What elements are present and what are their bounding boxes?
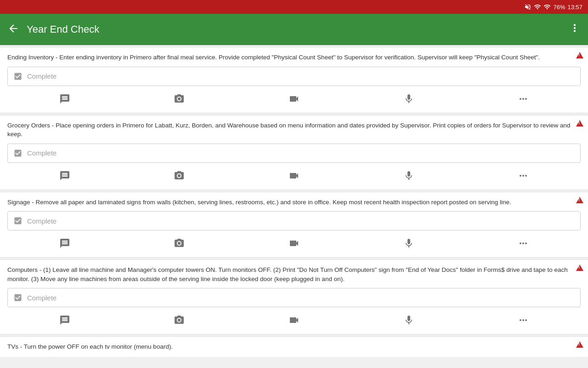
action-row-1 — [7, 86, 581, 113]
complete-input-2[interactable]: Complete — [7, 144, 581, 163]
status-bar: 76% 13:57 — [0, 0, 588, 14]
alert-icon-3 — [576, 197, 583, 203]
task-card-1: Ending Inventory - Enter ending inventor… — [0, 47, 588, 113]
alert-icon-1 — [576, 52, 583, 58]
signal-icon — [543, 3, 551, 11]
task-description-1: Ending Inventory - Enter ending inventor… — [7, 53, 581, 62]
complete-input-1[interactable]: Complete — [7, 67, 581, 86]
mic-icon-4 — [403, 315, 414, 326]
camera-icon-4 — [174, 315, 185, 326]
action-row-4 — [7, 307, 581, 334]
action-row-3 — [7, 230, 581, 257]
more-horiz-icon-2 — [518, 170, 529, 181]
video-button-2[interactable] — [281, 167, 307, 185]
task-card-3: Signage - Remove all paper and laminated… — [0, 192, 588, 258]
app-title: Year End Check — [27, 23, 561, 35]
video-button-1[interactable] — [281, 90, 307, 108]
camera-icon-3 — [174, 238, 185, 249]
task-description-2: Grocery Orders - Place opening orders in… — [7, 121, 581, 139]
note-icon-1 — [59, 93, 70, 104]
note-icon-2 — [59, 170, 70, 181]
task-card-5: TVs - Turn the power OFF on each tv moni… — [0, 336, 588, 357]
camera-button-1[interactable] — [166, 90, 192, 108]
mic-icon-3 — [403, 238, 414, 249]
complete-input-3[interactable]: Complete — [7, 211, 581, 230]
alert-icon-5 — [576, 341, 583, 348]
camera-icon-1 — [174, 93, 185, 104]
task-description-3: Signage - Remove all paper and laminated… — [7, 198, 581, 207]
more-button-2[interactable] — [510, 167, 536, 185]
video-icon-2 — [288, 170, 300, 181]
mic-button-1[interactable] — [396, 90, 422, 108]
checkbox-icon-2 — [13, 149, 23, 158]
more-options-button[interactable] — [569, 22, 581, 37]
battery-percent: 76% — [553, 4, 565, 11]
mic-button-3[interactable] — [396, 234, 422, 253]
complete-row-2: Complete — [7, 144, 581, 163]
status-icons: 76% 13:57 — [524, 3, 582, 11]
note-button-2[interactable] — [52, 167, 78, 185]
action-row-2 — [7, 163, 581, 190]
checkbox-icon-1 — [13, 72, 23, 81]
note-icon-3 — [59, 238, 70, 249]
back-arrow-icon — [7, 23, 19, 34]
checkbox-icon-4 — [13, 293, 23, 302]
content-area: Ending Inventory - Enter ending inventor… — [0, 45, 588, 368]
video-button-4[interactable] — [281, 311, 307, 329]
more-horiz-icon-3 — [518, 238, 529, 249]
task-description-5: TVs - Turn the power OFF on each tv moni… — [7, 342, 581, 351]
checkbox-icon-3 — [13, 216, 23, 225]
more-button-4[interactable] — [510, 311, 536, 329]
video-icon-3 — [288, 238, 300, 249]
task-description-4: Computers - (1) Leave all line machine a… — [7, 265, 581, 283]
video-icon-1 — [288, 93, 300, 104]
mic-button-2[interactable] — [396, 167, 422, 185]
alert-icon-2 — [576, 120, 583, 126]
camera-button-4[interactable] — [166, 311, 192, 329]
mute-icon — [524, 3, 531, 11]
camera-icon-2 — [174, 170, 185, 181]
more-horiz-icon-4 — [518, 315, 529, 326]
note-button-4[interactable] — [52, 311, 78, 329]
wifi-icon — [534, 3, 541, 11]
more-vert-icon — [569, 22, 581, 34]
complete-placeholder-1: Complete — [27, 72, 57, 80]
complete-placeholder-2: Complete — [27, 149, 57, 157]
complete-input-4[interactable]: Complete — [7, 288, 581, 307]
alert-icon-4 — [576, 264, 583, 271]
camera-button-3[interactable] — [166, 234, 192, 253]
more-button-3[interactable] — [510, 234, 536, 253]
note-button-1[interactable] — [52, 90, 78, 108]
complete-placeholder-4: Complete — [27, 294, 57, 302]
app-bar: Year End Check — [0, 14, 588, 45]
more-button-1[interactable] — [510, 90, 536, 108]
video-icon-4 — [288, 315, 300, 326]
task-card-2: Grocery Orders - Place opening orders in… — [0, 115, 588, 190]
complete-row-3: Complete — [7, 211, 581, 230]
note-icon-4 — [59, 315, 70, 326]
complete-placeholder-3: Complete — [27, 217, 57, 225]
time-display: 13:57 — [567, 4, 582, 11]
task-card-4: Computers - (1) Leave all line machine a… — [0, 259, 588, 334]
mic-button-4[interactable] — [396, 311, 422, 329]
note-button-3[interactable] — [52, 234, 78, 253]
complete-row-1: Complete — [7, 67, 581, 86]
mic-icon-1 — [403, 93, 414, 104]
back-button[interactable] — [7, 23, 19, 36]
complete-row-4: Complete — [7, 288, 581, 307]
mic-icon-2 — [403, 170, 414, 181]
more-horiz-icon-1 — [518, 93, 529, 104]
camera-button-2[interactable] — [166, 167, 192, 185]
video-button-3[interactable] — [281, 234, 307, 253]
